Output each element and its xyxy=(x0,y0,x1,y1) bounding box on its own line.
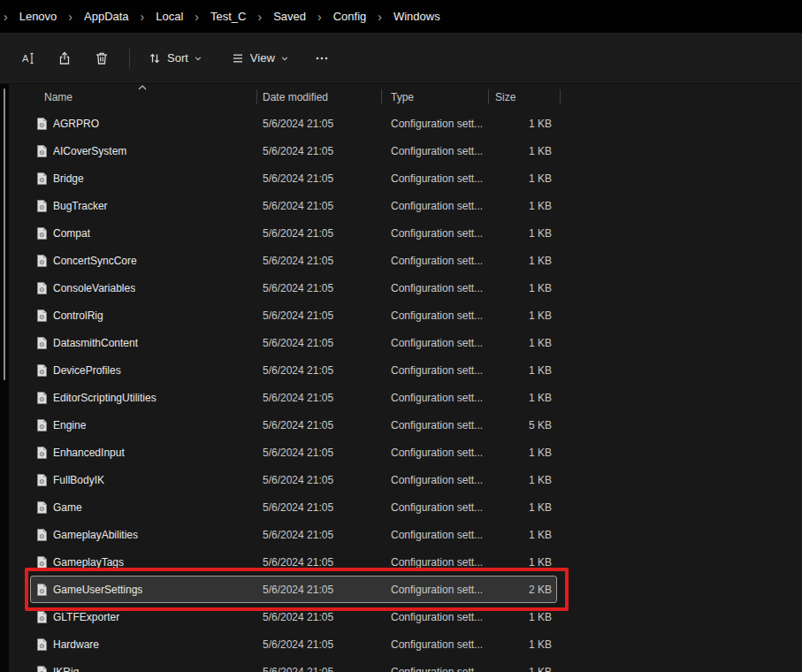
sort-button[interactable]: Sort xyxy=(139,43,211,73)
delete-button[interactable] xyxy=(83,43,120,73)
file-size: 1 KB xyxy=(489,556,556,569)
file-name-cell: ConcertSyncCore xyxy=(31,254,257,268)
file-row[interactable]: Game 5/6/2024 21:05 Configuration sett..… xyxy=(30,493,557,521)
view-icon xyxy=(231,51,245,65)
see-more-button[interactable] xyxy=(303,43,340,73)
file-name: EnhancedInput xyxy=(53,447,125,459)
rename-button[interactable]: A xyxy=(9,43,46,73)
file-type: Configuration sett... xyxy=(382,118,489,130)
column-header-size[interactable]: Size xyxy=(489,84,561,110)
file-row[interactable]: BugTracker 5/6/2024 21:05 Configuration … xyxy=(30,192,557,219)
file-row[interactable]: Compat 5/6/2024 21:05 Configuration sett… xyxy=(30,219,557,247)
config-file-icon xyxy=(35,309,49,323)
file-size: 2 KB xyxy=(489,584,556,596)
toolbar-separator xyxy=(129,49,130,68)
file-row[interactable]: IKRig 5/6/2024 21:05 Configuration sett.… xyxy=(30,658,557,672)
file-date-modified: 5/6/2024 21:05 xyxy=(257,501,382,514)
file-row[interactable]: ConsoleVariables 5/6/2024 21:05 Configur… xyxy=(30,274,557,302)
file-name: Bridge xyxy=(53,172,84,185)
config-file-icon xyxy=(35,665,49,672)
file-name-cell: AGRPRO xyxy=(31,117,257,131)
column-header-row: Name Date modified Type Size xyxy=(27,84,561,110)
file-date-modified: 5/6/2024 21:05 xyxy=(257,200,382,212)
file-name: GameplayTags xyxy=(53,556,124,569)
file-name-cell: IKRig xyxy=(31,665,257,672)
file-size: 1 KB xyxy=(489,364,556,377)
file-date-modified: 5/6/2024 21:05 xyxy=(257,118,382,130)
config-file-icon xyxy=(35,391,49,405)
file-name: IKRig xyxy=(53,666,79,672)
breadcrumb-item[interactable]: Saved xyxy=(264,5,316,27)
column-header-date-modified[interactable]: Date modified xyxy=(257,84,382,110)
file-row[interactable]: EditorScriptingUtilities 5/6/2024 21:05 … xyxy=(30,384,557,411)
ellipsis-icon xyxy=(314,50,330,66)
sort-button-label: Sort xyxy=(167,51,188,65)
file-name-cell: Engine xyxy=(31,418,257,432)
file-type: Configuration sett... xyxy=(382,392,489,404)
file-row[interactable]: ControlRig 5/6/2024 21:05 Configuration … xyxy=(30,302,557,329)
file-size: 5 KB xyxy=(489,419,556,431)
file-name: ConsoleVariables xyxy=(53,282,135,294)
breadcrumb-separator-icon: › xyxy=(141,11,145,23)
file-name: GameUserSettings xyxy=(53,584,142,596)
share-button[interactable] xyxy=(46,43,83,73)
column-header-name[interactable]: Name xyxy=(27,84,257,110)
trash-icon xyxy=(94,50,110,66)
file-date-modified: 5/6/2024 21:05 xyxy=(257,447,382,459)
file-row[interactable]: FullBodyIK 5/6/2024 21:05 Configuration … xyxy=(30,466,557,493)
file-row[interactable]: DatasmithContent 5/6/2024 21:05 Configur… xyxy=(30,329,557,356)
breadcrumb-item[interactable]: Local xyxy=(146,5,193,27)
view-button[interactable]: View xyxy=(222,43,298,73)
file-row[interactable]: Engine 5/6/2024 21:05 Configuration sett… xyxy=(30,411,557,439)
breadcrumb: ›Lenovo›AppData›Local›Test_C›Saved›Confi… xyxy=(0,5,450,27)
column-header-type[interactable]: Type xyxy=(382,84,489,110)
file-name-cell: Compat xyxy=(31,226,257,241)
file-row[interactable]: DeviceProfiles 5/6/2024 21:05 Configurat… xyxy=(30,356,557,384)
file-row[interactable]: AGRPRO 5/6/2024 21:05 Configuration sett… xyxy=(30,110,557,137)
file-name-cell: GameplayAbilities xyxy=(31,528,257,542)
toolbar: A xyxy=(0,33,802,84)
file-row[interactable]: ConcertSyncCore 5/6/2024 21:05 Configura… xyxy=(30,247,557,274)
config-file-icon xyxy=(35,172,49,186)
file-type: Configuration sett... xyxy=(382,474,489,486)
file-row[interactable]: GameplayAbilities 5/6/2024 21:05 Configu… xyxy=(30,521,557,548)
file-name: DatasmithContent xyxy=(53,337,138,349)
config-file-icon xyxy=(35,363,49,378)
file-date-modified: 5/6/2024 21:05 xyxy=(257,666,382,672)
breadcrumb-item[interactable]: Lenovo xyxy=(10,5,67,27)
file-name: ConcertSyncCore xyxy=(53,255,137,267)
config-file-icon xyxy=(35,528,49,542)
file-size: 1 KB xyxy=(489,474,556,486)
file-row[interactable]: Hardware 5/6/2024 21:05 Configuration se… xyxy=(30,630,557,658)
column-resize-handle[interactable] xyxy=(560,89,561,104)
file-row[interactable]: GameUserSettings 5/6/2024 21:05 Configur… xyxy=(30,576,557,603)
file-type: Configuration sett... xyxy=(382,611,489,623)
file-row[interactable]: EnhancedInput 5/6/2024 21:05 Configurati… xyxy=(30,439,557,466)
file-type: Configuration sett... xyxy=(382,145,489,157)
breadcrumb-item[interactable]: AppData xyxy=(74,5,139,27)
file-date-modified: 5/6/2024 21:05 xyxy=(257,584,382,596)
file-row[interactable]: GLTFExporter 5/6/2024 21:05 Configuratio… xyxy=(30,603,557,630)
file-size: 1 KB xyxy=(489,392,556,404)
view-button-label: View xyxy=(250,51,275,65)
breadcrumb-item[interactable]: Config xyxy=(324,5,377,27)
column-header-size-label: Size xyxy=(495,91,516,103)
breadcrumb-item[interactable]: Test_C xyxy=(201,5,256,27)
nav-pane-scrollbar[interactable] xyxy=(4,88,5,380)
file-date-modified: 5/6/2024 21:05 xyxy=(257,227,382,240)
breadcrumb-separator-icon: › xyxy=(257,11,262,23)
file-name-cell: BugTracker xyxy=(31,199,257,213)
file-name: EditorScriptingUtilities xyxy=(53,392,157,404)
file-name-cell: EditorScriptingUtilities xyxy=(31,391,257,405)
file-date-modified: 5/6/2024 21:05 xyxy=(257,282,382,294)
file-row[interactable]: Bridge 5/6/2024 21:05 Configuration sett… xyxy=(30,164,557,192)
file-date-modified: 5/6/2024 21:05 xyxy=(257,309,382,322)
file-row[interactable]: GameplayTags 5/6/2024 21:05 Configuratio… xyxy=(30,548,557,576)
file-row[interactable]: AICoverSystem 5/6/2024 21:05 Configurati… xyxy=(30,137,557,164)
config-file-icon xyxy=(35,638,49,652)
chevron-down-icon xyxy=(194,54,202,63)
config-file-icon xyxy=(35,254,49,268)
breadcrumb-item[interactable]: Windows xyxy=(384,5,450,27)
config-file-icon xyxy=(35,446,49,460)
file-size: 1 KB xyxy=(489,309,556,322)
